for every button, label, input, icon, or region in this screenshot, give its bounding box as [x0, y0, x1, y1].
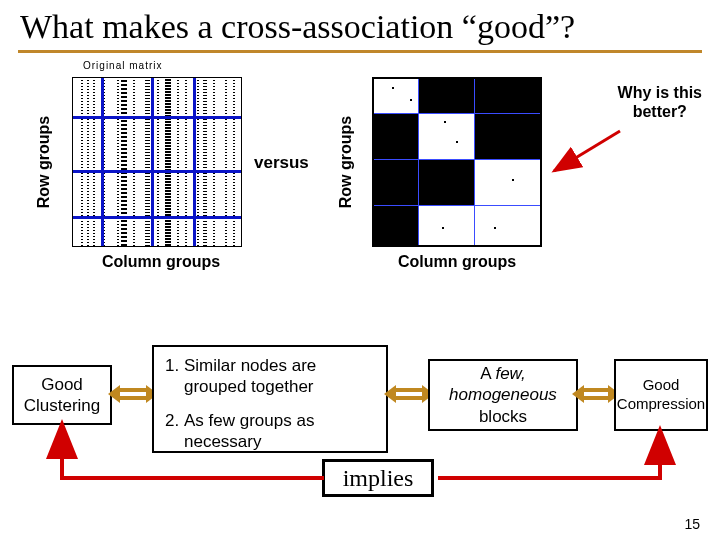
comparison-region: Row groups Original matrix Column groups… [0, 53, 720, 333]
slide-title: What makes a cross-association “good”? [0, 0, 720, 50]
good-compression-box: GoodCompression [614, 359, 708, 431]
implies-box: implies [322, 459, 434, 497]
row-groups-label-right: Row groups [337, 116, 355, 208]
good-clustering-box: GoodClustering [12, 365, 112, 425]
versus-label: versus [254, 153, 309, 173]
criterion-1: Similar nodes are grouped together [184, 355, 376, 398]
column-groups-label-left: Column groups [96, 253, 226, 271]
why-arrow-icon [550, 123, 630, 183]
clustered-matrix [372, 77, 542, 247]
original-matrix-caption: Original matrix [83, 60, 162, 71]
arrow-clustering-to-criteria-icon [118, 386, 148, 404]
criteria-box: Similar nodes are grouped together As fe… [152, 345, 388, 453]
arrow-blocks-to-compression-icon [582, 386, 610, 404]
flow-region: GoodClustering Similar nodes are grouped… [0, 333, 720, 508]
slide-number: 15 [684, 516, 700, 532]
arrow-criteria-to-blocks-icon [394, 386, 424, 404]
blocks-few: few, [495, 364, 525, 383]
blocks-line3: blocks [430, 406, 576, 427]
original-matrix: Original matrix [72, 77, 242, 247]
homogeneous-blocks-box: A few, homogeneous blocks [428, 359, 578, 431]
svg-line-0 [554, 131, 620, 171]
blocks-line1-prefix: A [480, 364, 495, 383]
criterion-2: As few groups as necessary [184, 410, 376, 453]
row-groups-label-left: Row groups [35, 116, 53, 208]
column-groups-label-right: Column groups [392, 253, 522, 271]
blocks-homogeneous: homogeneous [430, 384, 576, 405]
why-better-label: Why is thisbetter? [618, 83, 702, 121]
